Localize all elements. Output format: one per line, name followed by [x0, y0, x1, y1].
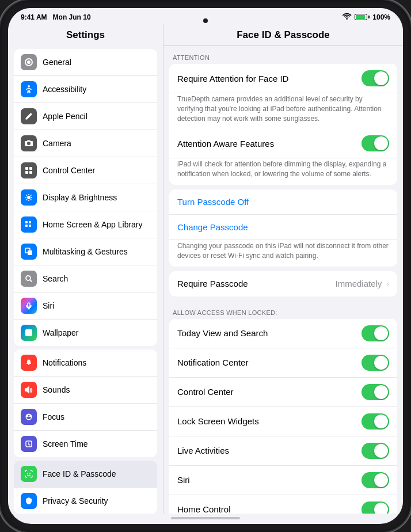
attention-aware-sublabel: iPad will check for attention before dim… — [169, 158, 397, 185]
sidebar-item-search[interactable]: Search — [14, 265, 157, 292]
sidebar-label-search: Search — [43, 274, 68, 283]
section-header-attention: ATTENTION — [163, 46, 403, 64]
live-activities-toggle[interactable] — [361, 443, 389, 459]
control-center-toggle[interactable] — [361, 384, 389, 400]
siri-toggle[interactable] — [361, 472, 389, 488]
home-indicator — [171, 517, 240, 519]
sidebar-label-home-screen: Home Screen & App Library — [43, 220, 143, 229]
svg-point-5 — [27, 196, 31, 199]
general-icon — [21, 54, 37, 70]
sidebar-item-screen-time[interactable]: Screen Time — [14, 431, 157, 457]
sidebar-label-face-id: Face ID & Passcode — [43, 469, 116, 478]
chevron-icon: › — [386, 279, 389, 288]
row-require-passcode[interactable]: Require Passcode Immediately › — [169, 271, 397, 297]
sidebar-item-focus[interactable]: Focus — [14, 404, 157, 431]
passcode-group: Turn Passcode Off Change Passcode Changi… — [169, 189, 397, 267]
home-control-toggle[interactable] — [361, 501, 389, 514]
live-activities-label: Live Activities — [177, 446, 229, 455]
sidebar-item-siri[interactable]: Siri — [14, 292, 157, 320]
change-passcode-label[interactable]: Change Passcode — [177, 222, 248, 232]
svg-point-0 — [28, 85, 30, 88]
require-passcode-label: Require Passcode — [177, 279, 248, 288]
battery-percent: 100% — [372, 13, 390, 21]
row-siri: Siri — [169, 466, 397, 495]
sidebar-item-face-id[interactable]: Face ID & Passcode — [14, 461, 157, 488]
row-live-activities: Live Activities — [169, 436, 397, 466]
sidebar-item-camera[interactable]: Camera — [14, 130, 157, 157]
row-change-passcode[interactable]: Change Passcode — [169, 215, 397, 240]
screen: 9:41 AM Mon Jun 10 100% — [8, 8, 403, 524]
attention-group: Require Attention for Face ID TrueDepth … — [169, 64, 397, 185]
today-view-toggle[interactable] — [361, 325, 389, 341]
siri-icon — [21, 298, 37, 314]
row-turn-passcode-off[interactable]: Turn Passcode Off — [169, 189, 397, 215]
control-center-icon — [21, 162, 37, 178]
accessibility-icon — [21, 81, 37, 97]
status-time-date: 9:41 AM Mon Jun 10 — [21, 13, 91, 21]
today-view-label: Today View and Search — [177, 328, 268, 338]
sidebar-label-control-center: Control Center — [43, 166, 95, 175]
wifi-icon — [342, 13, 352, 21]
svg-rect-7 — [29, 221, 31, 223]
sidebar: Settings General Accessibility — [8, 24, 163, 514]
row-notification-center: Notification Center — [169, 348, 397, 378]
search-icon — [21, 271, 37, 287]
sidebar-label-focus: Focus — [43, 412, 64, 421]
sidebar-label-siri: Siri — [43, 301, 54, 310]
svg-rect-4 — [29, 171, 32, 174]
panel-title: Face ID & Passcode — [163, 24, 403, 46]
sidebar-item-display-brightness[interactable]: Display & Brightness — [14, 184, 157, 211]
status-right-icons: 100% — [342, 13, 390, 21]
multitasking-icon — [21, 244, 37, 260]
privacy-icon — [21, 493, 37, 509]
svg-rect-11 — [28, 250, 32, 255]
sidebar-label-apple-pencil: Apple Pencil — [43, 112, 87, 121]
main-content: Settings General Accessibility — [8, 24, 403, 514]
sidebar-title: Settings — [8, 24, 163, 45]
sidebar-item-notifications[interactable]: Notifications — [14, 349, 157, 377]
camera-icon — [21, 135, 37, 151]
notifications-icon — [21, 355, 37, 371]
status-time: 9:41 AM — [21, 13, 47, 21]
sidebar-item-apple-pencil[interactable]: Apple Pencil — [14, 103, 157, 130]
require-passcode-val-text: Immediately — [335, 279, 382, 288]
face-id-icon — [21, 466, 37, 482]
attention-aware-toggle[interactable] — [361, 135, 389, 151]
sidebar-item-multitasking[interactable]: Multitasking & Gestures — [14, 238, 157, 265]
svg-rect-6 — [25, 221, 28, 223]
focus-icon — [21, 409, 37, 425]
attention-aware-label: Attention Aware Features — [177, 139, 274, 149]
display-icon — [21, 189, 37, 206]
sidebar-label-privacy: Privacy & Security — [43, 496, 108, 506]
ipad-device: 9:41 AM Mon Jun 10 100% — [0, 0, 411, 532]
sidebar-label-accessibility: Accessibility — [43, 85, 86, 94]
lock-screen-widgets-toggle[interactable] — [361, 413, 389, 430]
notification-center-toggle[interactable] — [361, 355, 389, 371]
sidebar-label-sounds: Sounds — [43, 385, 70, 394]
turn-passcode-off-label[interactable]: Turn Passcode Off — [177, 197, 249, 207]
sidebar-label-multitasking: Multitasking & Gestures — [43, 247, 128, 256]
row-require-attention: Require Attention for Face ID — [169, 64, 397, 93]
right-panel: Face ID & Passcode ATTENTION Require Att… — [163, 24, 403, 514]
sidebar-group-1: General Accessibility Apple Pencil — [14, 49, 157, 346]
home-screen-icon — [21, 216, 37, 233]
section-header-allow-access: ALLOW ACCESS WHEN LOCKED: — [163, 301, 403, 319]
sidebar-item-wallpaper[interactable]: Wallpaper — [14, 320, 157, 346]
sidebar-item-privacy[interactable]: Privacy & Security — [14, 488, 157, 514]
require-attention-toggle[interactable] — [361, 70, 389, 86]
sidebar-item-home-screen[interactable]: Home Screen & App Library — [14, 211, 157, 238]
row-attention-aware: Attention Aware Features — [169, 129, 397, 158]
row-home-control: Home Control — [169, 495, 397, 514]
sidebar-label-general: General — [43, 58, 71, 67]
sidebar-item-sounds[interactable]: Sounds — [14, 377, 157, 404]
require-passcode-group: Require Passcode Immediately › — [169, 271, 397, 297]
row-control-center: Control Center — [169, 378, 397, 407]
sidebar-item-general[interactable]: General — [14, 49, 157, 76]
sidebar-item-accessibility[interactable]: Accessibility — [14, 76, 157, 103]
pencil-icon — [21, 108, 37, 124]
sidebar-item-control-center[interactable]: Control Center — [14, 157, 157, 184]
control-center-label: Control Center — [177, 387, 234, 397]
row-today-view: Today View and Search — [169, 319, 397, 348]
siri-label: Siri — [177, 475, 190, 485]
svg-rect-9 — [29, 225, 31, 227]
